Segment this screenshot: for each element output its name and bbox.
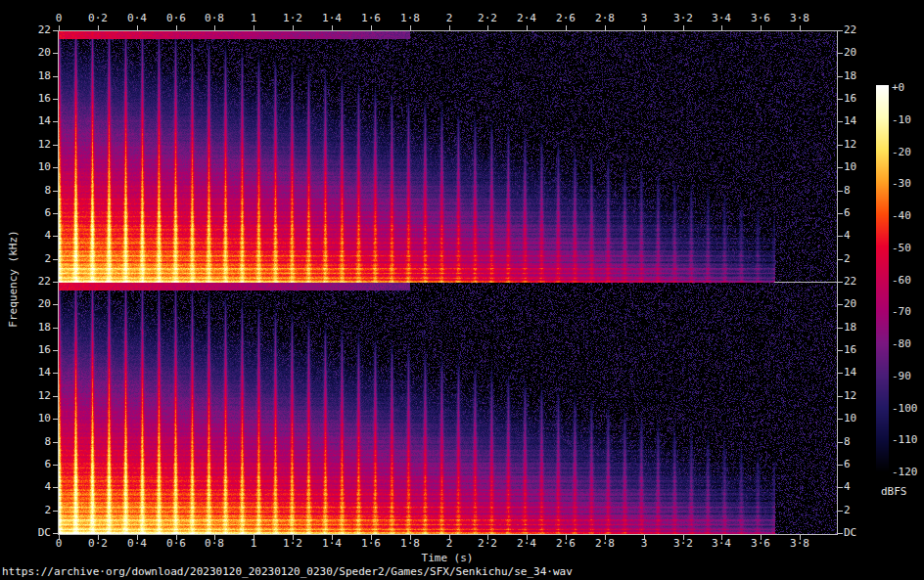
freq-tick-right: [838, 373, 843, 374]
time-tick-label-top: 2·6: [556, 13, 576, 24]
freq-tick-label-right: 18: [844, 70, 856, 82]
colorbar-tick-label: -50: [892, 243, 911, 254]
freq-tick-label-right: DC: [844, 527, 856, 539]
plot-right-border: [837, 30, 838, 535]
freq-tick-label-right: 4: [844, 481, 851, 493]
colorbar-tick-label: -30: [892, 178, 911, 190]
time-tick-label-top: 3·6: [751, 13, 770, 24]
colorbar-tick-label: -110: [892, 434, 918, 446]
freq-tick-right: [838, 259, 843, 260]
freq-tick-label-right: 12: [844, 139, 856, 151]
time-tick-label-bottom: 2·8: [595, 538, 615, 550]
time-tick-label-top: 3·4: [712, 13, 731, 24]
time-tick-label-top: 0: [56, 13, 63, 24]
time-tick-label-bottom: 3: [641, 538, 648, 550]
colorbar-gradient: [876, 85, 889, 472]
freq-tick-label-right: 16: [844, 344, 856, 356]
freq-tick-label-right: 16: [844, 93, 856, 105]
time-tick-label-top: 3: [641, 13, 648, 24]
spectrogram-bottom-channel: [59, 283, 837, 534]
freq-tick-label-left: 10: [0, 161, 51, 173]
freq-tick-right: [838, 121, 843, 122]
freq-tick-right: [838, 328, 843, 329]
freq-tick-label-left: 6: [0, 207, 51, 219]
freq-tick-right: [838, 419, 843, 420]
freq-tick-right: [838, 350, 843, 351]
time-tick-label-top: 1: [251, 13, 257, 24]
freq-tick-label-right: 4: [844, 230, 851, 242]
freq-tick-label-right: 10: [844, 161, 856, 173]
freq-tick-right: [838, 213, 843, 214]
freq-tick-right: [838, 30, 843, 31]
frequency-axis-title: Frequency (kHz): [7, 230, 20, 327]
time-tick-label-bottom: 1·8: [400, 538, 420, 550]
time-tick-label-top: 2: [446, 13, 453, 24]
colorbar-unit-label: dBFS: [881, 486, 907, 498]
time-tick-label-bottom: 0·4: [127, 538, 147, 550]
freq-tick-right: [838, 236, 843, 237]
freq-tick-label-left: 16: [0, 93, 51, 105]
freq-tick-label-right: 18: [844, 322, 856, 334]
time-tick-label-top: 1·2: [283, 13, 302, 24]
freq-tick-right: [838, 396, 843, 397]
freq-tick-label-right: 2: [844, 253, 851, 265]
freq-tick-label-left: 22: [0, 24, 51, 36]
freq-tick-label-right: 14: [844, 367, 856, 379]
time-tick-label-bottom: 1·4: [322, 538, 342, 550]
time-tick-label-bottom: 2: [446, 538, 453, 550]
freq-tick-right: [838, 511, 843, 512]
freq-tick-label-right: 8: [844, 436, 851, 448]
freq-tick-label-left: 2: [0, 505, 51, 516]
colorbar-tick-label: -100: [892, 403, 918, 415]
freq-tick-label-left: 14: [0, 367, 51, 379]
plot-mid-border: [774, 282, 838, 283]
plot-bottom-border: [58, 534, 838, 535]
freq-tick-label-right: 14: [844, 115, 856, 127]
time-tick-label-top: 1·6: [361, 13, 381, 24]
freq-tick-right: [838, 304, 843, 305]
colorbar-tick-label: +0: [892, 82, 904, 94]
freq-tick-label-right: 8: [844, 185, 851, 197]
plot-left-border: [58, 30, 59, 535]
freq-tick-label-left: 14: [0, 115, 51, 127]
freq-tick-label-right: 10: [844, 413, 856, 424]
freq-tick-label-right: 22: [844, 24, 856, 36]
freq-tick-label-right: 20: [844, 298, 856, 310]
colorbar-tick-label: -120: [892, 467, 918, 478]
time-tick-label-bottom: 0·8: [205, 538, 224, 550]
freq-tick-right: [838, 145, 843, 146]
freq-tick-right: [838, 442, 843, 443]
freq-tick-right: [838, 191, 843, 192]
freq-tick-label-right: 22: [844, 276, 856, 288]
time-tick-label-top: 1·4: [322, 13, 342, 24]
time-axis-title: Time (s): [422, 553, 474, 564]
freq-tick-label-left: 4: [0, 481, 51, 493]
freq-tick-label-right: 6: [844, 207, 851, 219]
freq-tick-label-left: DC: [0, 527, 51, 539]
freq-tick-right: [838, 99, 843, 100]
freq-tick-label-left: 10: [0, 413, 51, 424]
time-tick-label-top: 0·8: [205, 13, 224, 24]
colorbar-tick-label: -90: [892, 371, 911, 382]
freq-tick-right: [838, 53, 843, 54]
time-tick-label-bottom: 0: [56, 538, 63, 550]
time-tick-label-top: 2·2: [478, 13, 497, 24]
time-tick-label-bottom: 2·6: [556, 538, 576, 550]
freq-tick-label-left: 16: [0, 344, 51, 356]
freq-tick-label-right: 20: [844, 47, 856, 59]
time-tick-label-bottom: 3·4: [712, 538, 731, 550]
colorbar-tick-label: -10: [892, 114, 911, 126]
time-tick-label-bottom: 1: [251, 538, 257, 550]
freq-tick-label-left: 6: [0, 459, 51, 470]
colorbar-tick-label: -40: [892, 210, 911, 222]
time-tick-label-top: 1·8: [400, 13, 420, 24]
time-tick-label-bottom: 1·2: [283, 538, 302, 550]
time-tick-label-bottom: 2·2: [478, 538, 497, 550]
freq-tick-right: [838, 282, 843, 283]
freq-tick-label-right: 6: [844, 459, 851, 470]
freq-tick-right: [838, 533, 843, 534]
freq-tick-label-left: 12: [0, 390, 51, 402]
freq-tick-label-left: 12: [0, 139, 51, 151]
colorbar-tick-label: -60: [892, 275, 911, 287]
freq-tick-label-left: 20: [0, 47, 51, 59]
